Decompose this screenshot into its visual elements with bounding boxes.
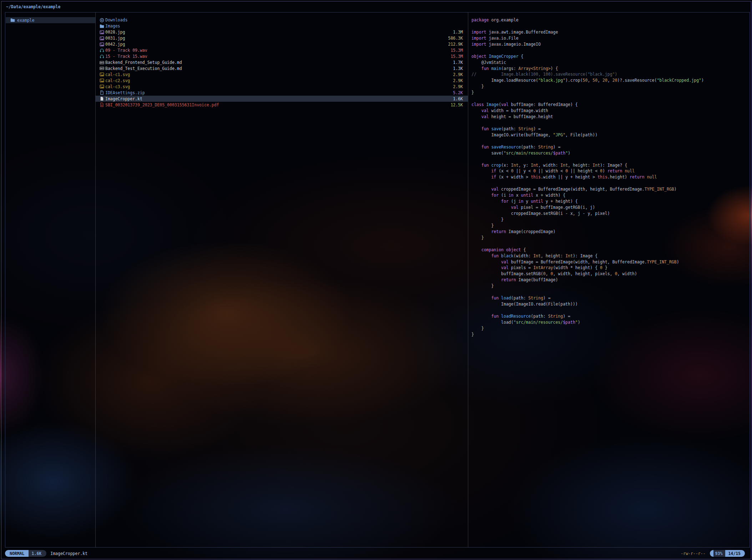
file-size: 2.9K: [449, 78, 463, 83]
status-filename: ImageCropper.kt: [50, 551, 87, 556]
preview-pane: package org.example import java.awt.imag…: [468, 13, 749, 547]
code-line: for (i in x until x + width) {: [471, 192, 749, 198]
code-line: }: [471, 283, 749, 289]
code-line: [471, 289, 749, 295]
mode-badge: NORMAL: [5, 550, 29, 557]
file-size: 1.7K: [449, 60, 463, 65]
code-line: }: [471, 90, 749, 96]
code-line: fun crop(x: Int, y: Int, width: Int, hei…: [471, 162, 749, 168]
file-row[interactable]: Backend_Test_Execution_Guide.md1.3K: [96, 66, 468, 72]
breadcrumb-path: ~/Data/example/example: [6, 4, 60, 9]
code-line: }: [471, 223, 749, 229]
file-size-badge: 1.6K: [29, 550, 43, 557]
file-row[interactable]: Backend_Frontend_Setup_Guide.md1.7K: [96, 60, 468, 66]
code-line: if (x < 0 || y < 0 || width < 0 || heigh…: [471, 168, 749, 174]
file-name: 15 - Track 15.wav: [105, 54, 147, 59]
code-line: Image(ImageIO.read(File(path))): [471, 301, 749, 307]
file-row[interactable]: Downloads: [96, 17, 468, 23]
code-line: // Image.black(100, 100).saveResource("b…: [471, 71, 749, 77]
code-line: load("src/main/resources/$path"): [471, 319, 749, 326]
file-size: 5.2K: [449, 90, 463, 95]
file-row[interactable]: IDEAsettings.zip5.2K: [96, 90, 468, 96]
downloads-folder-icon: [100, 18, 104, 22]
file-row[interactable]: cal-c2.svg2.9K: [96, 77, 468, 84]
pane-divider: [468, 12, 468, 547]
file-row[interactable]: 15 - Track 15.wav15.3M: [96, 54, 468, 60]
code-line: [471, 96, 749, 102]
file-size: 586.3K: [444, 36, 463, 41]
code-line: return Image(croppedImage): [471, 229, 749, 235]
code-line: [471, 180, 749, 186]
status-bar: NORMAL 1.6K ImageCropper.kt -rw-r--r-- 9…: [5, 550, 750, 557]
file-size: 2.9K: [449, 84, 463, 89]
file-name: Backend_Test_Execution_Guide.md: [105, 66, 182, 71]
code-line: val height = buffImage.height: [471, 114, 749, 120]
code-line: fun main(args: Array<String>) {: [471, 66, 749, 72]
file-name: 0028.jpg: [105, 30, 125, 35]
file-name: cal-c1.svg: [105, 72, 130, 77]
code-line: val pixel = buffImage.getRGB(i, j): [471, 205, 749, 211]
file-name: 0031.jpg: [105, 36, 125, 41]
code-line: import java.io.File: [471, 35, 749, 41]
pane-divider: [95, 12, 96, 547]
terminal-window: ~/Data/example/example example Downloads…: [1, 1, 751, 559]
code-line: import java.awt.image.BufferedImage: [471, 29, 749, 35]
code-line: fun load(path: String) =: [471, 295, 749, 301]
parent-dir-label: example: [17, 18, 34, 23]
code-line: fun black(width: Int, height: Int): Imag…: [471, 253, 749, 259]
file-row[interactable]: 0031.jpg586.3K: [96, 35, 468, 41]
file-size: 1.3M: [449, 30, 463, 35]
code-line: [471, 307, 749, 313]
code-line: val croppedImage = BufferedImage(width, …: [471, 186, 749, 192]
zip-icon: [100, 90, 104, 95]
file-row[interactable]: Images: [96, 23, 468, 29]
code-line: save("src/main/resources/$path"): [471, 150, 749, 156]
code-line: @JvmStatic: [471, 60, 749, 66]
image-icon: [100, 36, 104, 41]
file-list: DownloadsImages0028.jpg1.3M0031.jpg586.3…: [96, 13, 468, 108]
file-row[interactable]: ImageCropper.kt1.6K: [96, 96, 468, 102]
powerline-cap-icon: [710, 550, 713, 557]
file-size: 1.6K: [449, 96, 463, 101]
image-icon: [100, 84, 104, 89]
image-icon: [100, 78, 104, 83]
file-row[interactable]: cal-c3.svg2.9K: [96, 84, 468, 90]
file-row[interactable]: cal-c1.svg2.9K: [96, 71, 468, 77]
file-size: 212.9K: [444, 42, 463, 47]
file-icon: [100, 96, 104, 101]
code-line: companion object {: [471, 247, 749, 253]
file-row[interactable]: 0028.jpg1.3M: [96, 29, 468, 35]
file-permissions: -rw-r--r--: [681, 551, 705, 556]
code-line: object ImageCropper {: [471, 54, 749, 60]
code-line: [471, 120, 749, 126]
code-line: }: [471, 326, 749, 332]
code-line: [471, 47, 749, 54]
headphones-icon: [100, 48, 104, 53]
code-line: buffImage.setRGB(0, 0, width, height, pi…: [471, 271, 749, 277]
headphones-icon: [100, 54, 104, 59]
file-row[interactable]: SBI_0032013739_2023_DE05_0003155631Invoi…: [96, 102, 468, 108]
file-row[interactable]: 09 - Track 09.wav15.3M: [96, 47, 468, 54]
code-line: if (x + width > this.width || y + height…: [471, 174, 749, 180]
code-line: val width = buffImage.width: [471, 108, 749, 114]
folder-icon: [100, 24, 104, 29]
file-name: 09 - Track 09.wav: [105, 48, 147, 53]
file-name: cal-c3.svg: [105, 84, 130, 89]
markdown-icon: [100, 66, 104, 71]
code-line: [471, 138, 749, 144]
parent-dir-item[interactable]: example: [6, 17, 95, 23]
file-manager-panes: example DownloadsImages0028.jpg1.3M0031.…: [5, 12, 750, 548]
code-line: fun save(path: String) =: [471, 126, 749, 132]
file-name: ImageCropper.kt: [105, 96, 142, 101]
file-row[interactable]: 0042.jpg212.9K: [96, 41, 468, 47]
code-line: }: [471, 217, 749, 223]
cursor-position: 14/15: [725, 550, 745, 557]
file-name: Backend_Frontend_Setup_Guide.md: [105, 60, 182, 65]
file-name: IDEAsettings.zip: [105, 90, 145, 95]
code-line: Image.loadResource("black.jpg").crop(50,…: [471, 77, 749, 84]
code-line: croppedImage.setRGB(i - x, j - y, pixel): [471, 211, 749, 217]
code-line: return Image(buffImage): [471, 277, 749, 283]
code-line: [471, 241, 749, 247]
powerline-cap-icon: [43, 550, 46, 557]
file-pane: DownloadsImages0028.jpg1.3M0031.jpg586.3…: [96, 13, 468, 547]
